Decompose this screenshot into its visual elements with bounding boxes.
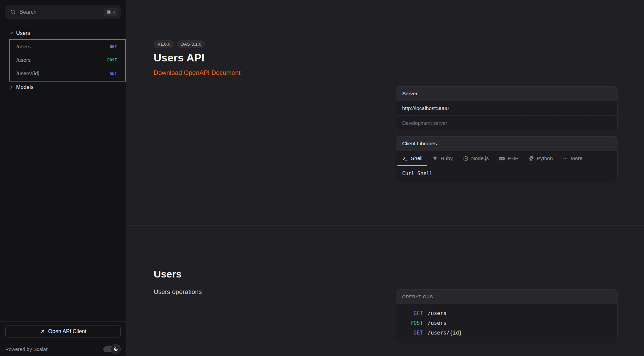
endpoint-list: /users GET /users POST /users/{id} GET: [0, 40, 126, 80]
tab-php[interactable]: php PHP: [494, 151, 524, 166]
tab-ruby[interactable]: Ruby: [427, 151, 458, 166]
server-url-row[interactable]: http://localhost:3000: [396, 101, 617, 115]
sidebar-group-label: Models: [16, 84, 34, 90]
tab-more[interactable]: More: [558, 151, 587, 166]
operations-card: OPERATIONS GET /users POST /users GET /u…: [396, 289, 618, 343]
operation-link-get-users-id[interactable]: GET /users/{id}: [402, 328, 611, 338]
method-badge-get: GET: [110, 44, 117, 49]
nodejs-icon: JS: [463, 156, 469, 161]
endpoint-path: /users/{id}: [16, 70, 110, 77]
tab-shell[interactable]: Shell: [397, 151, 427, 166]
sidebar-item-get-users[interactable]: /users GET: [0, 40, 126, 53]
operations-list: GET /users POST /users GET /users/{id}: [396, 304, 617, 343]
download-openapi-link[interactable]: Download OpenAPI Document: [154, 69, 240, 77]
python-icon: [529, 156, 534, 161]
intro-text-column: V1.0.0 OAS 3.1.0 Users API Download Open…: [154, 0, 382, 225]
ellipsis-icon: [563, 156, 568, 161]
operation-method: GET: [402, 309, 423, 318]
sidebar-group-models[interactable]: Models: [0, 84, 126, 91]
sidebar-item-post-users[interactable]: /users POST: [0, 53, 126, 67]
client-libraries-tabs: Shell Ruby JS Node.js: [396, 151, 617, 166]
main-content: V1.0.0 OAS 3.1.0 Users API Download Open…: [126, 0, 644, 356]
sidebar-nav: Users /users GET /users POST /users/{id}…: [0, 30, 126, 91]
operation-method: GET: [402, 328, 423, 338]
users-section-description: Users operations: [154, 288, 382, 296]
sidebar-group-label: Users: [16, 30, 30, 36]
search-input[interactable]: Search ⌘ K: [5, 5, 121, 19]
intro-section: V1.0.0 OAS 3.1.0 Users API Download Open…: [126, 0, 644, 225]
method-badge-get: GET: [110, 71, 117, 76]
powered-by-scalar-link[interactable]: Powered by Scalar: [5, 346, 48, 352]
endpoint-path: /users: [16, 44, 110, 50]
tab-python[interactable]: Python: [524, 151, 558, 166]
version-badge: V1.0.0: [154, 40, 174, 48]
search-icon: [10, 9, 16, 15]
ruby-icon: [432, 156, 438, 161]
arrow-up-right-icon: [40, 329, 45, 334]
badges-row: V1.0.0 OAS 3.1.0: [154, 40, 382, 48]
page-title: Users API: [154, 52, 382, 64]
svg-text:JS: JS: [465, 157, 467, 159]
oas-badge: OAS 3.1.0: [177, 40, 205, 48]
dark-mode-toggle[interactable]: [103, 344, 121, 354]
operation-path: /users: [428, 318, 446, 328]
powered-by-row: Powered by Scalar: [0, 342, 126, 356]
chevron-right-icon: [9, 85, 14, 90]
open-api-client-label: Open API Client: [48, 328, 87, 335]
svg-text:php: php: [500, 157, 504, 159]
method-badge-post: POST: [107, 58, 117, 62]
operation-path: /users: [428, 309, 446, 318]
client-library-code-snippet[interactable]: Curl Shell: [396, 166, 617, 181]
users-text-column: Users Users operations: [154, 225, 382, 356]
php-icon: php: [499, 156, 505, 161]
server-description-row: Development server: [396, 115, 617, 130]
operation-path: /users/{id}: [428, 328, 462, 338]
operation-method: POST: [402, 318, 423, 328]
users-tag-section: Users Users operations OPERATIONS GET /u…: [126, 225, 644, 356]
client-libraries-header: Client Libraries: [396, 137, 617, 151]
intro-cards-column: Server http://localhost:3000 Development…: [396, 0, 618, 225]
search-placeholder: Search: [19, 9, 100, 15]
server-card: Server http://localhost:3000 Development…: [396, 86, 618, 130]
terminal-icon: [402, 156, 408, 161]
open-api-client-button[interactable]: Open API Client: [5, 325, 121, 338]
server-card-header: Server: [396, 87, 617, 101]
sidebar-group-users[interactable]: Users: [0, 30, 126, 37]
operations-card-header: OPERATIONS: [396, 290, 617, 304]
search-shortcut-badge: ⌘ K: [104, 8, 118, 16]
operation-link-get-users[interactable]: GET /users: [402, 309, 611, 318]
sidebar-spacer: [0, 91, 126, 321]
users-cards-column: OPERATIONS GET /users POST /users GET /u…: [396, 225, 618, 356]
tab-nodejs[interactable]: JS Node.js: [458, 151, 494, 166]
endpoint-path: /users: [16, 57, 107, 63]
operation-link-post-users[interactable]: POST /users: [402, 318, 611, 328]
chevron-down-icon: [9, 31, 14, 36]
sidebar: Search ⌘ K Users /users GET /users POST …: [0, 0, 126, 356]
moon-icon: [111, 344, 121, 354]
sidebar-footer: Open API Client Powered by Scalar: [0, 321, 126, 356]
client-libraries-card: Client Libraries Shell Ruby: [396, 136, 618, 181]
sidebar-item-get-users-id[interactable]: /users/{id} GET: [0, 67, 126, 80]
users-section-title: Users: [154, 268, 382, 280]
